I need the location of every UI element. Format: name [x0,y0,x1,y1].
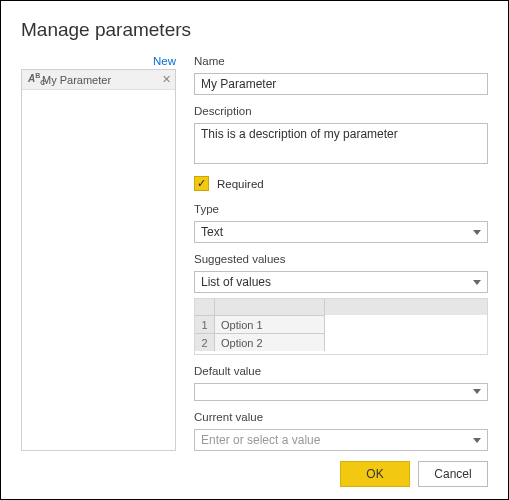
current-value-label: Current value [194,411,488,423]
value-cell[interactable]: Option 2 [215,333,325,351]
delete-parameter-icon[interactable]: ✕ [162,73,171,86]
row-number: 2 [195,333,215,351]
text-type-icon: ABC [28,72,42,86]
row-number: 1 [195,315,215,333]
type-select[interactable]: Text [194,221,488,243]
default-value-select[interactable] [194,383,488,401]
grid-row[interactable]: 2 Option 2 [195,333,487,351]
name-input[interactable] [194,73,488,95]
type-label: Type [194,203,488,215]
required-label: Required [217,178,264,190]
suggested-values-value: List of values [201,275,271,289]
name-label: Name [194,55,488,67]
parameter-list: ABC My Parameter ✕ [21,69,176,451]
suggested-values-select[interactable]: List of values [194,271,488,293]
chevron-down-icon [473,389,481,394]
grid-row[interactable]: 1 Option 1 [195,315,487,333]
value-cell[interactable]: Option 1 [215,315,325,333]
required-checkbox[interactable]: ✓ [194,176,209,191]
values-grid[interactable]: 1 Option 1 2 Option 2 [194,298,488,355]
cancel-button[interactable]: Cancel [418,461,488,487]
default-value-label: Default value [194,365,488,377]
parameter-item[interactable]: ABC My Parameter ✕ [22,70,175,90]
ok-button[interactable]: OK [340,461,410,487]
description-label: Description [194,105,488,117]
description-input[interactable]: This is a description of my parameter [194,123,488,164]
parameter-form: Name Description This is a description o… [194,55,488,451]
required-row: ✓ Required [194,176,488,191]
chevron-down-icon [473,230,481,235]
type-select-value: Text [201,225,223,239]
parameter-list-pane: New ABC My Parameter ✕ [21,55,176,451]
parameter-item-label: My Parameter [42,74,162,86]
dialog-footer: OK Cancel [21,451,488,487]
current-value-select[interactable]: Enter or select a value [194,429,488,451]
new-parameter-link[interactable]: New [21,55,176,67]
current-value-placeholder: Enter or select a value [201,433,320,447]
dialog-title: Manage parameters [21,19,488,41]
manage-parameters-dialog: Manage parameters New ABC My Parameter ✕… [0,0,509,500]
chevron-down-icon [473,280,481,285]
dialog-body: New ABC My Parameter ✕ Name Description … [21,55,488,451]
grid-header [195,299,487,315]
chevron-down-icon [473,438,481,443]
suggested-values-label: Suggested values [194,253,488,265]
